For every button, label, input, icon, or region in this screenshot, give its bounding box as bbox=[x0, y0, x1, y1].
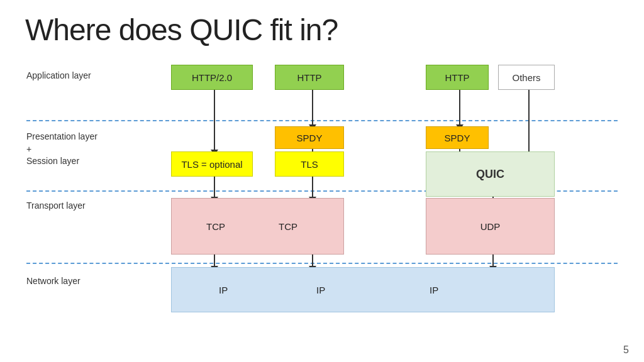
arrow-http20-tls bbox=[211, 90, 218, 155]
box-tcp2-label: TCP bbox=[279, 221, 297, 232]
box-http20: HTTP/2.0 bbox=[171, 65, 253, 90]
box-ip-combined: IP IP IP bbox=[171, 267, 555, 312]
layer-transport: Transport layer bbox=[26, 200, 86, 212]
box-tcp1-label: TCP bbox=[206, 221, 225, 232]
layer-application: Application layer bbox=[26, 70, 91, 82]
box-ip1-label: IP bbox=[219, 285, 228, 295]
box-ip2-label: IP bbox=[316, 285, 325, 295]
arrow-http2-spdy2 bbox=[456, 90, 464, 130]
slide-title: Where does QUIC fit in? bbox=[25, 13, 619, 47]
box-quic: QUIC bbox=[426, 151, 555, 197]
box-http1: HTTP bbox=[275, 65, 344, 90]
box-tcp-combined: TCP TCP bbox=[171, 198, 344, 255]
arrow-http1-spdy1 bbox=[309, 90, 316, 130]
arrow-others-quic bbox=[525, 90, 533, 160]
page-number: 5 bbox=[623, 344, 629, 356]
box-http2: HTTP bbox=[426, 65, 489, 90]
box-tls-optional: TLS = optional bbox=[171, 151, 253, 177]
box-tls: TLS bbox=[275, 151, 344, 177]
box-others: Others bbox=[498, 65, 555, 90]
layer-network: Network layer bbox=[26, 275, 80, 287]
diagram: Application layer Presentation layer+Ses… bbox=[26, 58, 618, 329]
layer-presentation: Presentation layer+Session layer bbox=[26, 131, 97, 168]
dashed-line-3 bbox=[26, 263, 618, 264]
box-spdy1: SPDY bbox=[275, 126, 344, 149]
box-udp: UDP bbox=[426, 198, 555, 255]
box-ip3-label: IP bbox=[430, 285, 438, 295]
slide: Where does QUIC fit in? Application laye… bbox=[0, 0, 644, 362]
box-spdy2: SPDY bbox=[426, 126, 489, 149]
